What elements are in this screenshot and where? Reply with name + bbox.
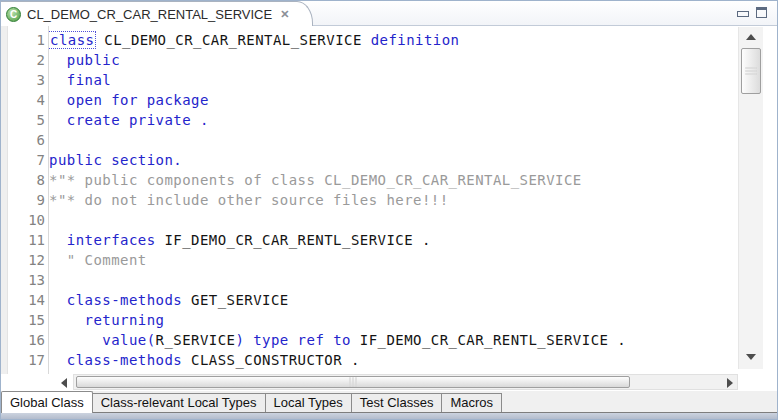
maximize-icon[interactable] (756, 7, 767, 18)
editor-body: 123456789101112131415161718 class CL_DEM… (1, 26, 777, 374)
horizontal-scrollbar[interactable] (1, 374, 777, 391)
bottom-edge-strip (1, 413, 777, 420)
code-line: class CL_DEMO_CR_CAR_RENTAL_SERVICE defi… (49, 30, 739, 50)
vertical-scrollbar[interactable] (738, 27, 763, 369)
code-line: class-methods CLASS_CONSTRUCTOR . (49, 350, 739, 370)
code-line: final (49, 70, 739, 90)
bottom-tab-class-relevant-local-types[interactable]: Class-relevant Local Types (93, 393, 266, 412)
thumb-grip-icon (746, 66, 757, 77)
code-line: *"* public components of class CL_DEMO_C… (49, 170, 739, 190)
scroll-down-icon[interactable] (746, 354, 756, 360)
minimize-icon[interactable] (737, 11, 749, 17)
bottom-tab-local-types[interactable]: Local Types (266, 393, 352, 412)
line-number: 15 (9, 310, 45, 330)
code-line (49, 270, 739, 290)
line-number: 4 (9, 90, 45, 110)
code-area[interactable]: class CL_DEMO_CR_CAR_RENTAL_SERVICE defi… (49, 30, 739, 374)
code-line: public section. (49, 150, 739, 170)
line-number: 3 (9, 70, 45, 90)
line-number: 12 (9, 250, 45, 270)
bottom-tab-global-class[interactable]: Global Class (1, 391, 93, 413)
vertical-scrollbar-thumb[interactable] (741, 48, 761, 94)
code-line: open for package (49, 90, 739, 110)
code-line (49, 210, 739, 230)
code-line (49, 130, 739, 150)
line-number: 14 (9, 290, 45, 310)
abap-class-icon: C (6, 7, 21, 22)
line-number: 5 (9, 110, 45, 130)
thumb-grip-icon (349, 378, 358, 387)
line-number: 17 (9, 350, 45, 370)
editor-tab[interactable]: C CL_DEMO_CR_CAR_RENTAL_SERVICE ✕ (1, 1, 313, 26)
line-number: 8 (9, 170, 45, 190)
horizontal-scrollbar-track[interactable] (73, 374, 738, 390)
line-number: 16 (9, 330, 45, 350)
line-number: 2 (9, 50, 45, 70)
line-number: 13 (9, 270, 45, 290)
line-number: 1 (9, 30, 45, 50)
abap-editor-view: C CL_DEMO_CR_CAR_RENTAL_SERVICE ✕ 123456… (0, 0, 778, 420)
annotation-ruler (1, 26, 8, 374)
code-line: *"* do not include other source files he… (49, 190, 739, 210)
editor-tab-title: CL_DEMO_CR_CAR_RENTAL_SERVICE (27, 7, 272, 22)
scroll-up-icon[interactable] (746, 34, 756, 40)
code-line: returning (49, 310, 739, 330)
line-number: 11 (9, 230, 45, 250)
line-number-gutter: 123456789101112131415161718 (9, 30, 45, 374)
view-controls (737, 7, 767, 18)
bottom-tab-macros[interactable]: Macros (442, 393, 502, 412)
horizontal-scrollbar-thumb[interactable] (76, 376, 630, 388)
bottom-tab-bar: Global ClassClass-relevant Local TypesLo… (1, 391, 777, 413)
editor-tab-bar: C CL_DEMO_CR_CAR_RENTAL_SERVICE ✕ (1, 1, 777, 26)
scroll-left-icon[interactable] (61, 378, 67, 388)
line-number: 10 (9, 210, 45, 230)
close-icon[interactable]: ✕ (280, 8, 289, 21)
code-line: value(R_SERVICE) type ref to IF_DEMO_CR_… (49, 330, 739, 350)
code-line: " Comment (49, 250, 739, 270)
code-line: class-methods GET_SERVICE (49, 290, 739, 310)
code-line: create private . (49, 110, 739, 130)
code-line: interfaces IF_DEMO_CR_CAR_RENTL_SERVICE … (49, 230, 739, 250)
line-number: 7 (9, 150, 45, 170)
line-number: 9 (9, 190, 45, 210)
scroll-right-icon[interactable] (727, 378, 733, 388)
line-number: 6 (9, 130, 45, 150)
code-line: public (49, 50, 739, 70)
bottom-tab-test-classes[interactable]: Test Classes (352, 393, 443, 412)
